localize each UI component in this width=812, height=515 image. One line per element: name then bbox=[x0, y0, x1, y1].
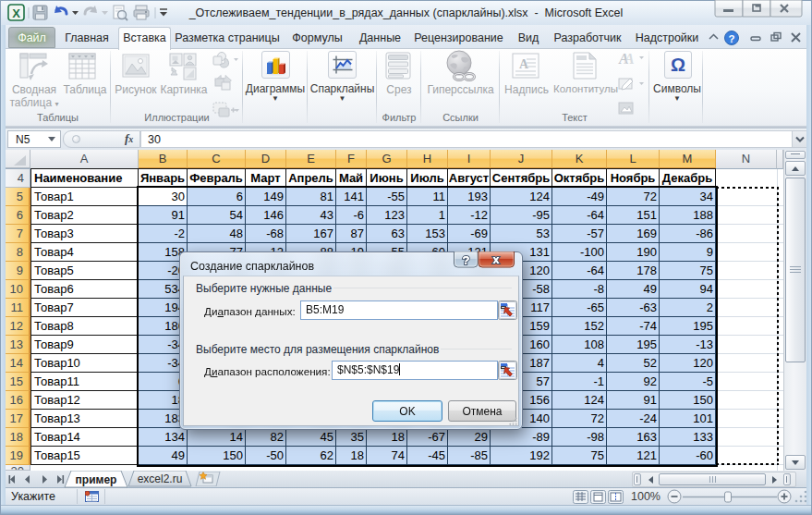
svg-text:A: A bbox=[624, 51, 635, 67]
svg-text:пример: пример bbox=[76, 473, 117, 486]
svg-text:excel2.ru: excel2.ru bbox=[138, 472, 183, 485]
svg-text:?: ? bbox=[728, 33, 734, 44]
svg-text:x: x bbox=[493, 253, 500, 266]
svg-text:?: ? bbox=[463, 253, 470, 267]
